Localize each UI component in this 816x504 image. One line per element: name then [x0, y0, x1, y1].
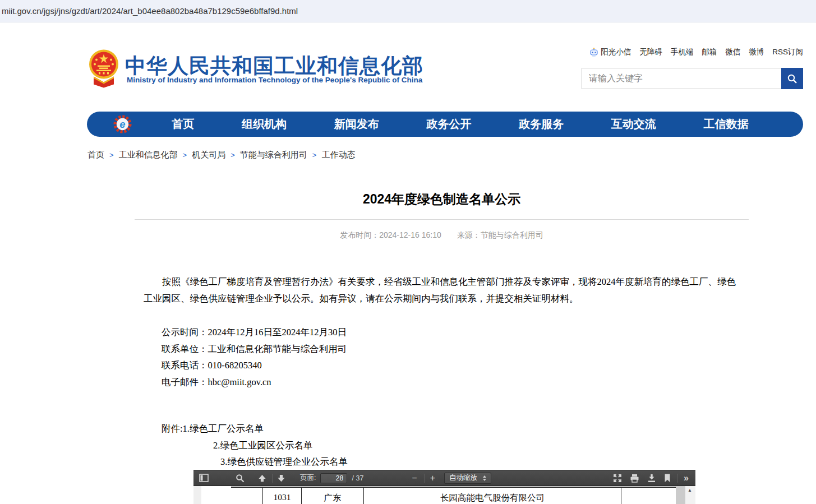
breadcrumb-separator: >: [230, 151, 235, 159]
pdf-page: 1031 广东 长园高能电气股份有限公司: [201, 486, 676, 504]
nav-item-data[interactable]: 工信数据: [704, 117, 749, 132]
quick-link-label: 微信: [725, 47, 740, 57]
detail-contact-email: 电子邮件：hbc@miit.gov.cn: [162, 374, 347, 391]
nav-item-organization[interactable]: 组织机构: [242, 117, 287, 132]
breadcrumb-energy-dept[interactable]: 节能与综合利用司: [240, 150, 307, 160]
pdf-table-row: 1031 广东 长园高能电气股份有限公司: [262, 488, 621, 504]
quick-link-accessibility[interactable]: 无障碍: [639, 47, 662, 57]
presentation-mode-button[interactable]: [613, 474, 622, 483]
browser-url-bar[interactable]: miit.gov.cn/jgsj/jns/gzdt/art/2024/art_b…: [0, 0, 816, 22]
quick-link-sunshine[interactable]: 阳光小信: [589, 47, 631, 57]
breadcrumb-departments[interactable]: 机关司局: [192, 150, 225, 160]
breadcrumb-miit[interactable]: 工业和信息化部: [119, 150, 178, 160]
pdf-find-button[interactable]: [236, 474, 245, 483]
zoom-mode-select[interactable]: 自动缩放: [444, 473, 491, 484]
source-label: 来源：: [457, 230, 481, 239]
quick-link-label: 手机端: [671, 47, 694, 57]
quick-link-label: 无障碍: [639, 47, 662, 57]
quick-link-mailbox[interactable]: 邮箱: [702, 47, 717, 57]
article-paragraph: 按照《绿色工厂梯度培育及管理暂行办法》有关要求，经省级工业和信息化主管部门推荐及…: [144, 274, 745, 307]
robot-icon: [589, 48, 598, 57]
national-emblem-icon: [89, 48, 119, 88]
print-icon: [630, 474, 639, 483]
quick-link-label: 微博: [749, 47, 764, 57]
pdf-right-gutter: [676, 486, 685, 504]
toolbar-overflow-button[interactable]: [684, 473, 689, 483]
sidebar-toggle-button[interactable]: [199, 474, 209, 482]
article-attachments: 附件:1.绿色工厂公示名单 2.绿色工业园区公示名单 3.绿色供应链管理企业公示…: [135, 420, 348, 470]
publish-time-value: 2024-12-16 16:10: [379, 230, 441, 239]
find-icon: [236, 474, 245, 483]
breadcrumb: 首页 > 工业和信息化部 > 机关司局 > 节能与综合利用司 > 工作动态: [87, 150, 355, 160]
print-button[interactable]: [630, 474, 639, 483]
breadcrumb-separator: >: [109, 151, 114, 159]
pdf-toolbar: 页面: / 37 自动缩放: [193, 470, 695, 486]
title-divider: [135, 219, 749, 220]
article-contact-details: 公示时间：2024年12月16日至2024年12月30日 联系单位：工业和信息化…: [162, 324, 347, 391]
pdf-content: 1031 广东 长园高能电气股份有限公司: [193, 486, 695, 504]
nav-logo-icon: e: [113, 114, 132, 134]
page-down-icon: [277, 474, 285, 482]
pdf-viewer: 页面: / 37 自动缩放: [193, 470, 695, 504]
page-url: miit.gov.cn/jgsj/jns/gzdt/art/2024/art_b…: [2, 6, 298, 16]
search-input[interactable]: [582, 68, 781, 89]
pdf-left-gutter: [193, 486, 201, 504]
bookmark-icon: [664, 474, 671, 483]
breadcrumb-separator: >: [183, 151, 187, 159]
publish-time-label: 发布时间：: [340, 230, 379, 239]
breadcrumb-separator: >: [312, 151, 317, 159]
toolbar-separator: [677, 474, 678, 483]
page-up-button[interactable]: [258, 474, 266, 482]
download-button[interactable]: [647, 474, 656, 483]
fullscreen-icon: [613, 474, 622, 483]
row-company-cell: 长园高能电气股份有限公司: [363, 488, 621, 504]
site-subtitle: Ministry of Industry and Information Tec…: [127, 76, 422, 84]
nav-item-home[interactable]: 首页: [172, 117, 194, 132]
bookmark-button[interactable]: [664, 474, 671, 483]
page-down-button[interactable]: [277, 474, 285, 482]
breadcrumb-work-updates[interactable]: 工作动态: [321, 150, 355, 160]
search-button[interactable]: [781, 68, 803, 89]
sidebar-toggle-icon: [199, 474, 209, 482]
main-nav: e 首页 组织机构 新闻发布 政务公开 政务服务 互动交流 工信数据: [87, 112, 803, 137]
quick-link-weibo[interactable]: 微博: [749, 47, 764, 57]
nav-item-news[interactable]: 新闻发布: [334, 117, 379, 132]
header-quick-links: 阳光小信 无障碍 手机端 邮箱 微信 微博 RSS订阅: [589, 47, 803, 57]
page-number-input[interactable]: [320, 473, 347, 483]
detail-public-period: 公示时间：2024年12月16日至2024年12月30日: [162, 324, 347, 341]
article-meta: 发布时间：2024-12-16 16:10来源：节能与综合利用司: [135, 230, 749, 241]
quick-link-mobile[interactable]: 手机端: [671, 47, 694, 57]
download-icon: [647, 474, 656, 483]
detail-contact-unit: 联系单位：工业和信息化部节能与综合利用司: [162, 341, 347, 358]
attachment-green-park: 2.绿色工业园区公示名单: [135, 437, 348, 454]
quick-link-rss[interactable]: RSS订阅: [772, 47, 803, 57]
site-search: [582, 68, 803, 89]
nav-item-gov-affairs[interactable]: 政务公开: [426, 117, 471, 132]
article-title: 2024年度绿色制造名单公示: [135, 191, 749, 208]
attachment-green-supply-chain: 3.绿色供应链管理企业公示名单: [135, 454, 348, 470]
quick-link-label: RSS订阅: [772, 47, 803, 57]
source-value: 节能与综合利用司: [481, 230, 543, 239]
row-number-cell: 1031: [262, 488, 301, 504]
zoom-in-button[interactable]: [430, 473, 435, 483]
select-arrows-icon: [483, 475, 486, 481]
nav-item-gov-services[interactable]: 政务服务: [519, 117, 564, 132]
nav-items: 首页 组织机构 新闻发布 政务公开 政务服务 互动交流 工信数据: [148, 117, 772, 132]
detail-contact-phone: 联系电话：010-68205340: [162, 357, 347, 374]
breadcrumb-home[interactable]: 首页: [87, 150, 104, 160]
miit-article-page: miit.gov.cn/jgsj/jns/gzdt/art/2024/art_b…: [0, 0, 816, 504]
nav-item-interaction[interactable]: 互动交流: [611, 117, 656, 132]
quick-link-wechat[interactable]: 微信: [725, 47, 740, 57]
quick-link-label: 阳光小信: [601, 47, 631, 57]
search-icon: [787, 73, 797, 84]
row-province-cell: 广东: [301, 488, 363, 504]
svg-text:e: e: [119, 118, 125, 130]
attachment-green-factory: 附件:1.绿色工厂公示名单: [135, 420, 348, 437]
quick-link-label: 邮箱: [702, 47, 717, 57]
zoom-out-button[interactable]: [412, 473, 417, 483]
toolbar-separator: [272, 474, 273, 483]
toolbar-separator: [424, 474, 425, 483]
page-up-icon: [258, 474, 266, 482]
pdf-scrollbar[interactable]: [685, 486, 695, 504]
page-total-label: / 37: [352, 474, 363, 482]
